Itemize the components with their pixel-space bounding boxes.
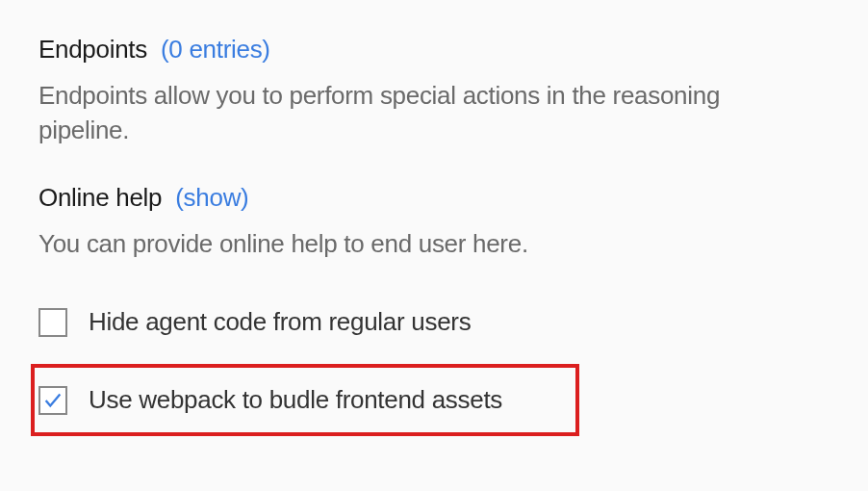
- hide-code-label[interactable]: Hide agent code from regular users: [89, 307, 471, 337]
- online-help-show-link[interactable]: (show): [175, 183, 248, 213]
- endpoints-title: Endpoints: [38, 35, 147, 65]
- online-help-header: Online help (show): [38, 183, 830, 213]
- online-help-title: Online help: [38, 183, 162, 213]
- online-help-description: You can provide online help to end user …: [38, 226, 789, 261]
- endpoints-section: Endpoints (0 entries) Endpoints allow yo…: [38, 35, 830, 148]
- endpoints-header: Endpoints (0 entries): [38, 35, 830, 65]
- endpoints-count-link[interactable]: (0 entries): [161, 35, 270, 65]
- check-icon: [42, 390, 64, 411]
- hide-code-checkbox[interactable]: [38, 308, 67, 337]
- online-help-section: Online help (show) You can provide onlin…: [38, 183, 830, 261]
- hide-code-option: Hide agent code from regular users: [38, 296, 830, 349]
- webpack-label[interactable]: Use webpack to budle frontend assets: [89, 385, 502, 415]
- endpoints-description: Endpoints allow you to perform special a…: [38, 78, 789, 148]
- webpack-option: Use webpack to budle frontend assets: [31, 364, 579, 436]
- webpack-checkbox[interactable]: [38, 386, 67, 415]
